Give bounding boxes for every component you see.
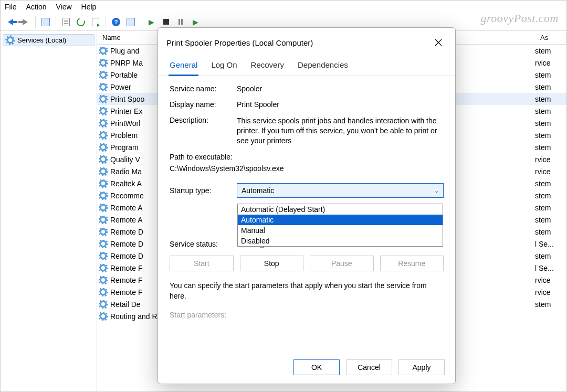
service-logon-as: stem xyxy=(535,300,566,309)
tree-pane: Services (Local) xyxy=(1,31,97,391)
apply-button[interactable]: Apply xyxy=(398,359,445,375)
option-disabled[interactable]: Disabled xyxy=(238,236,443,246)
option-manual[interactable]: Manual xyxy=(238,225,443,236)
startup-type-selected: Automatic xyxy=(242,186,274,195)
pause-icon xyxy=(178,19,183,25)
menu-file[interactable]: File xyxy=(5,3,17,11)
gear-icon xyxy=(99,216,107,224)
value-display-name: Print Spooler xyxy=(237,100,444,109)
service-name-label: Print Spoo xyxy=(110,95,144,103)
service-logon-as: stem xyxy=(535,47,566,55)
show-hide-tree-button[interactable] xyxy=(39,15,52,29)
gear-icon xyxy=(99,204,107,211)
pause-button: Pause xyxy=(310,256,374,271)
service-name-label: PNRP Ma xyxy=(110,59,143,67)
restart-service-button[interactable]: ▶ xyxy=(188,15,202,29)
tree-root-services-local[interactable]: Services (Local) xyxy=(3,34,94,46)
dialog-titlebar[interactable]: Print Spooler Properties (Local Computer… xyxy=(158,28,455,55)
watermark: groovyPost.com xyxy=(480,12,559,25)
arrow-right-icon xyxy=(23,19,28,25)
export-button[interactable] xyxy=(89,15,102,29)
tab-recovery[interactable]: Recovery xyxy=(250,57,285,76)
stop-service-button[interactable] xyxy=(159,15,173,29)
service-logon-as: stem xyxy=(535,204,566,212)
option-automatic-delayed[interactable]: Automatic (Delayed Start) xyxy=(238,204,443,215)
service-logon-as: stem xyxy=(535,131,566,140)
service-logon-as: stem xyxy=(535,83,566,91)
service-name-label: Realtek A xyxy=(110,179,142,188)
service-logon-as: stem xyxy=(535,252,566,260)
pause-service-button[interactable] xyxy=(174,15,187,29)
hint-text: You can specify the start parameters tha… xyxy=(170,281,444,301)
startup-type-dropdown: Automatic (Delayed Start) Automatic Manu… xyxy=(237,204,443,247)
label-service-name: Service name: xyxy=(170,84,237,93)
service-name-label: Program xyxy=(110,143,139,152)
gear-icon xyxy=(6,36,14,44)
service-name-label: Portable xyxy=(110,71,138,79)
gear-icon xyxy=(99,228,107,236)
gear-icon xyxy=(99,59,107,67)
forward-button[interactable] xyxy=(18,15,32,29)
start-service-button[interactable]: ▶ xyxy=(144,15,158,29)
label-description: Description: xyxy=(170,116,237,124)
service-logon-as: stem xyxy=(535,107,566,115)
nav-icon xyxy=(127,18,135,26)
dialog-footer: OK Cancel Apply xyxy=(158,353,455,384)
tree-root-label: Services (Local) xyxy=(17,36,66,44)
play-icon: ▶ xyxy=(149,18,154,26)
start-button: Start xyxy=(170,256,234,271)
restart-icon: ▶ xyxy=(193,18,198,26)
service-name-label: Problem xyxy=(110,131,138,140)
gear-icon xyxy=(99,83,107,91)
stop-icon xyxy=(163,19,169,25)
service-logon-as: rvice xyxy=(535,276,566,284)
menu-view[interactable]: View xyxy=(56,3,71,11)
arrow-left-icon xyxy=(8,19,13,25)
gear-icon xyxy=(99,47,107,55)
help-icon: ? xyxy=(112,18,120,26)
service-name-label: Remote D xyxy=(110,228,143,236)
gear-icon xyxy=(99,192,107,199)
export-icon xyxy=(92,18,99,26)
tab-logon[interactable]: Log On xyxy=(210,57,238,76)
service-logon-as: l Se... xyxy=(535,240,566,248)
service-logon-as: rvice xyxy=(535,288,566,296)
stop-button[interactable]: Stop xyxy=(240,256,304,271)
gear-icon xyxy=(99,179,107,187)
service-name-label: Radio Ma xyxy=(110,167,142,176)
service-name-label: Printer Ex xyxy=(110,107,142,115)
tab-general[interactable]: General xyxy=(169,57,198,76)
properties-button[interactable] xyxy=(59,15,73,29)
service-name-label: Remote F xyxy=(110,276,142,284)
help-button[interactable]: ? xyxy=(109,15,123,29)
column-logon-as[interactable]: As xyxy=(535,31,566,44)
label-start-parameters: Start parameters: xyxy=(170,311,444,319)
startup-type-select[interactable]: Automatic ⌄ xyxy=(237,183,444,198)
gear-icon xyxy=(99,71,107,79)
close-button[interactable] xyxy=(430,34,447,51)
option-automatic[interactable]: Automatic xyxy=(238,215,443,225)
dialog-title: Print Spooler Properties (Local Computer… xyxy=(166,38,313,47)
refresh-button[interactable] xyxy=(74,15,88,29)
ok-button[interactable]: OK xyxy=(293,359,340,375)
gear-icon xyxy=(99,155,107,163)
pane-icon xyxy=(41,18,50,26)
service-name-label: Recomme xyxy=(110,192,144,200)
gear-icon xyxy=(99,131,107,139)
service-logon-as: stem xyxy=(535,228,566,236)
menu-action[interactable]: Action xyxy=(26,3,47,11)
back-button[interactable] xyxy=(4,15,17,29)
gear-icon xyxy=(99,95,107,103)
menu-help[interactable]: Help xyxy=(81,3,97,11)
service-name-label: Remote D xyxy=(110,252,143,260)
service-name-label: Retail De xyxy=(110,300,141,309)
properties-icon xyxy=(62,18,70,26)
cancel-button[interactable]: Cancel xyxy=(346,359,392,375)
resume-button: Resume xyxy=(380,256,444,271)
refresh-icon xyxy=(75,16,86,27)
gear-icon xyxy=(99,312,107,320)
tab-dependencies[interactable]: Dependencies xyxy=(297,57,349,76)
close-icon xyxy=(435,39,442,46)
nav-button[interactable] xyxy=(124,15,138,29)
gear-icon xyxy=(99,300,107,308)
